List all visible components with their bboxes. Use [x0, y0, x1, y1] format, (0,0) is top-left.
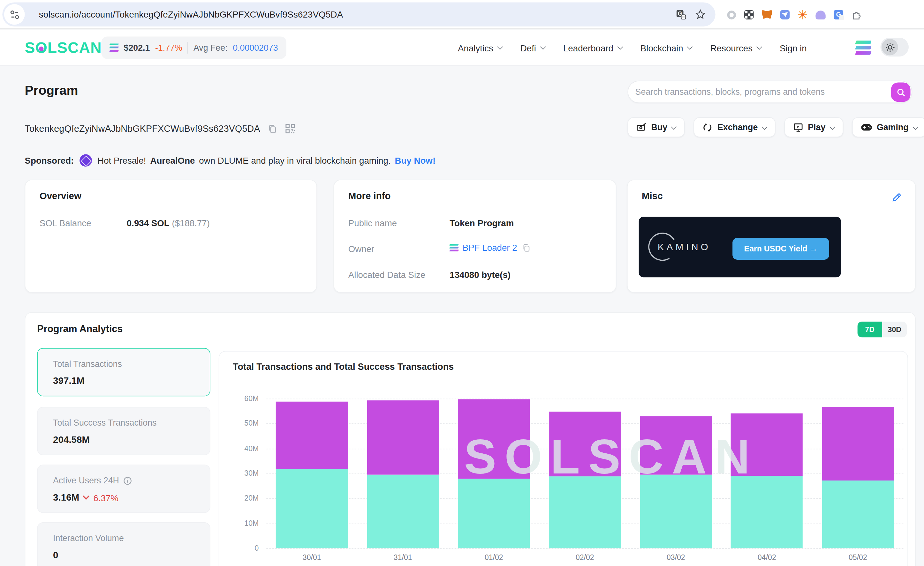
sol-price: $202.1	[124, 43, 150, 52]
buy-icon	[636, 122, 646, 132]
bar-success-05/02	[822, 481, 894, 548]
divider	[188, 42, 188, 54]
nav-item-blockchain[interactable]: Blockchain	[640, 43, 692, 52]
kamino-logo: KAMINO	[658, 242, 711, 253]
sponsored-brand: AurealOne	[150, 156, 195, 165]
sponsored-text-pre: Hot Presale!	[98, 156, 146, 165]
nav-item-leaderboard[interactable]: Leaderboard	[563, 43, 622, 52]
bar-success-02/02	[549, 476, 621, 548]
page-title: Program	[25, 83, 78, 98]
stat-value: 397.1M	[53, 376, 85, 386]
stat-label: Total Transactions	[53, 359, 122, 369]
account-address: TokenkegQfeZyiNwAJbNbGKPFXCWuBvf9Ss623VQ…	[25, 123, 260, 134]
chevron-down-icon	[762, 124, 767, 130]
earn-usdc-yield-button[interactable]: Earn USDC Yield →	[732, 238, 829, 260]
bar-total-30/01	[276, 402, 348, 470]
buy-button[interactable]: Buy	[628, 117, 685, 137]
stat-card-total-transactions[interactable]: Total Transactions397.1M	[37, 348, 210, 396]
overview-card: Overview SOL Balance 0.934 SOL ($188.77)	[25, 180, 317, 293]
overview-title: Overview	[40, 191, 81, 201]
nav-item-defi[interactable]: Defi	[520, 43, 545, 52]
circle-extension-icon[interactable]	[728, 10, 736, 19]
exchange-button[interactable]: Exchange	[694, 117, 776, 137]
search-input[interactable]	[635, 81, 883, 102]
action-button-label: Gaming	[877, 123, 909, 132]
y-axis-tick: 30M	[219, 469, 259, 478]
kamino-ad-banner[interactable]: KAMINO Earn USDC Yield →	[639, 217, 841, 277]
nav-item-resources[interactable]: Resources	[710, 43, 762, 52]
range-30d-button[interactable]: 30D	[882, 322, 907, 338]
range-7d-button[interactable]: 7D	[857, 322, 882, 338]
stat-card-active-users-24h[interactable]: Active Users 24H3.16M6.37%	[37, 464, 210, 513]
site-info-icon[interactable]	[4, 4, 25, 25]
chevron-down-icon	[617, 44, 623, 49]
stat-card-total-success-transactions[interactable]: Total Success Transactions204.58M	[37, 407, 210, 455]
exchange-icon	[703, 122, 712, 132]
bar-success-04/02	[731, 476, 802, 548]
edit-pen-icon[interactable]	[891, 192, 902, 205]
qr-code-icon[interactable]	[285, 123, 296, 134]
gaming-button[interactable]: Gaming	[852, 117, 924, 137]
sponsored-text-mid: own DLUME and play in viral blockchain g…	[199, 156, 390, 165]
chevron-down-icon	[687, 44, 693, 49]
y-axis-tick: 0	[219, 544, 259, 552]
url-bar[interactable]: solscan.io/account/TokenkegQfeZyiNwAJbNb…	[2, 2, 715, 27]
x-axis-tick: 02/02	[539, 554, 630, 562]
y-axis-tick: 10M	[219, 519, 259, 527]
nav-item-sign-in[interactable]: Sign in	[780, 43, 807, 52]
sol-balance-value: 0.934 SOL ($188.77)	[127, 218, 210, 228]
x-axis-tick: 30/01	[266, 554, 357, 562]
play-icon	[793, 122, 803, 132]
solana-icon	[110, 44, 118, 52]
public-name-label: Public name	[348, 218, 397, 228]
bar-success-01/02	[458, 479, 530, 548]
extensions-puzzle-icon[interactable]	[852, 10, 861, 19]
solscan-program-page: solscan.io/account/TokenkegQfeZyiNwAJbNb…	[0, 0, 924, 566]
action-buttons: BuyExchangePlayGaming	[628, 117, 924, 137]
nav-item-label: Defi	[520, 43, 536, 52]
phantom-wallet-icon[interactable]	[816, 10, 825, 19]
main-nav: AnalyticsDefiLeaderboardBlockchainResour…	[458, 29, 807, 66]
translate-icon[interactable]: G	[676, 10, 686, 19]
sol-price-change: -1.77%	[155, 43, 182, 52]
nav-item-analytics[interactable]: Analytics	[458, 43, 502, 52]
sun-icon	[882, 39, 898, 55]
stat-card-interaction-volume[interactable]: Interaction Volume0	[37, 522, 210, 566]
chart-title: Total Transactions and Total Success Tra…	[233, 361, 454, 372]
nav-item-label: Analytics	[458, 43, 493, 52]
sol-price-pill[interactable]: $202.1 -1.77% Avg Fee: 0.00002073	[101, 36, 286, 59]
gaming-icon	[861, 123, 872, 132]
owner-link[interactable]: BPF Loader 2	[463, 243, 517, 252]
solscan-logo[interactable]: SOLSCAN	[25, 39, 102, 57]
chevron-down-red-icon	[83, 493, 90, 500]
tronlink-icon[interactable]	[780, 10, 790, 19]
search-button[interactable]	[891, 82, 910, 102]
copy-address-icon[interactable]	[267, 123, 278, 134]
action-button-label: Buy	[651, 123, 667, 132]
address-row: TokenkegQfeZyiNwAJbNbGKPFXCWuBvf9Ss623VQ…	[25, 123, 296, 134]
sponsored-buy-now-link[interactable]: Buy Now!	[394, 156, 435, 165]
gridline	[266, 399, 903, 400]
y-axis-tick: 20M	[219, 494, 259, 503]
bookmark-star-icon[interactable]	[695, 9, 706, 20]
okx-wallet-icon[interactable]	[744, 10, 754, 19]
play-button[interactable]: Play	[784, 117, 843, 137]
solana-network-icon[interactable]	[856, 40, 871, 55]
stat-label: Total Success Transactions	[53, 418, 156, 428]
chevron-down-icon	[540, 44, 546, 49]
metamask-icon[interactable]	[762, 10, 772, 19]
page-content: Program TokenkegQfeZyiNwAJbNbGKPFXCWuBvf…	[0, 66, 924, 566]
copy-owner-icon[interactable]	[521, 243, 531, 252]
chart-panel: Total Transactions and Total Success Tra…	[219, 351, 908, 566]
search-box	[628, 81, 912, 103]
range-toggle: 7D30D	[857, 322, 907, 338]
solscan-watermark: SOLSCAN	[429, 429, 794, 484]
stat-value: 204.58M	[53, 434, 90, 445]
y-axis-tick: 40M	[219, 445, 259, 453]
chevron-down-icon	[912, 124, 918, 130]
aurealone-icon	[80, 154, 92, 167]
google-translate-extension-icon[interactable]: G	[834, 10, 843, 19]
starburst-extension-icon[interactable]	[798, 10, 807, 19]
info-icon[interactable]	[123, 476, 132, 485]
theme-toggle[interactable]	[880, 37, 909, 57]
